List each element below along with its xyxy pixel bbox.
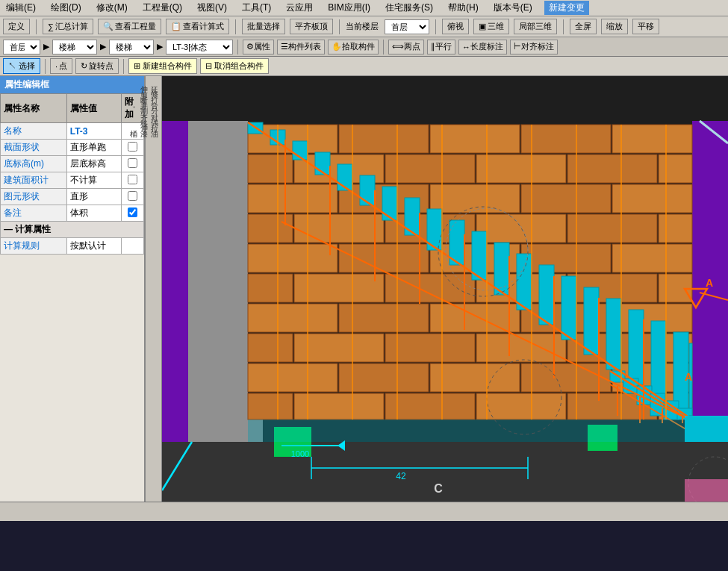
trim-tool[interactable]: 修剪 xyxy=(147,83,161,87)
svg-rect-21 xyxy=(612,184,692,213)
align-dim-button[interactable]: ⊢ 对齐标注 xyxy=(510,40,558,54)
attr-label-note: 备注 xyxy=(1,205,67,222)
dim-42-label: 42 xyxy=(396,471,406,481)
cancel-group-button[interactable]: ⊟ 取消组合构件 xyxy=(200,58,269,74)
pan-button[interactable]: 平移 xyxy=(632,19,659,34)
properties-button[interactable]: ⚙ 属性 xyxy=(243,40,274,54)
toolbar-separator xyxy=(36,19,37,34)
zoom-button[interactable]: 缩放 xyxy=(601,19,628,34)
merge-tool[interactable]: 合并 xyxy=(147,93,161,98)
view-formula-button[interactable]: 📋 查看计算式 xyxy=(166,19,229,34)
batch-select-button[interactable]: 批量选择 xyxy=(242,19,285,34)
menu-item-help[interactable]: 帮助(H) xyxy=(445,1,482,14)
floor-select[interactable]: 首层 xyxy=(385,19,429,34)
fullscreen-button[interactable]: 全屏 xyxy=(570,19,597,34)
svg-rect-4 xyxy=(188,121,248,442)
view-qty-button[interactable]: 🔍 查看工程量 xyxy=(98,19,161,34)
pick-component-button[interactable]: ✋ 拾取构件 xyxy=(328,40,379,54)
attr-value-note[interactable]: 体积 xyxy=(66,205,121,222)
svg-rect-79 xyxy=(651,321,666,399)
svg-rect-25 xyxy=(476,214,566,243)
stair-type-select[interactable]: 楼梯 xyxy=(109,40,154,54)
attr-value-elevation[interactable]: 层底标高 xyxy=(66,156,121,172)
attr-check-elevation[interactable] xyxy=(122,156,144,172)
two-point-icon: ⟺ xyxy=(392,42,404,52)
menu-item-edit[interactable]: 编辑(E) xyxy=(3,1,39,14)
menu-item-draw[interactable]: 绘图(D) xyxy=(48,1,84,14)
menu-item-version[interactable]: 版本号(E) xyxy=(491,1,535,14)
local-3d-button[interactable]: 局部三维 xyxy=(514,19,557,34)
svg-rect-37 xyxy=(567,274,657,302)
floor-nav-select[interactable]: 首层 xyxy=(3,40,40,54)
attr-label-elevation: 底标高(m) xyxy=(1,156,67,172)
menu-item-service[interactable]: 住宅服务(S) xyxy=(382,1,436,14)
svg-rect-57 xyxy=(385,393,475,419)
list-icon: ☰ xyxy=(281,42,288,52)
calc-section-header: — 计算属性 xyxy=(1,222,144,238)
menu-item-cloud[interactable]: 云应用 xyxy=(283,1,316,14)
svg-rect-67 xyxy=(382,187,397,220)
nav-sep2 xyxy=(383,40,384,54)
attr-value-calcrule[interactable]: 按默认计 xyxy=(66,238,121,255)
split-tool[interactable]: 分割 xyxy=(147,99,161,103)
attr-value-shape[interactable]: 直形 xyxy=(66,189,121,205)
component-list-button[interactable]: ☰ 构件列表 xyxy=(277,40,325,54)
current-floor-label: 当前楼层 xyxy=(346,21,379,32)
svg-rect-19 xyxy=(430,184,520,213)
attr-label-shape: 图元形状 xyxy=(1,189,67,205)
attr-value-name[interactable]: LT-3 xyxy=(66,123,121,140)
properties-icon: ⚙ xyxy=(246,42,254,52)
attr-row-note: 备注 体积 xyxy=(1,205,144,222)
attr-value-section[interactable]: 直形单跑 xyxy=(66,140,121,156)
floor-arrow: ▶ xyxy=(43,42,49,52)
attr-row-section: 截面形状 直形单跑 xyxy=(1,140,144,156)
coord-c-label: C xyxy=(434,482,443,495)
rotate-point-button[interactable]: ↻ 旋转点 xyxy=(75,58,119,74)
toolbar-sep2 xyxy=(235,19,236,34)
attr-value-area[interactable]: 不计算 xyxy=(66,172,121,189)
component-select[interactable]: LT-3[体态 xyxy=(166,40,233,54)
svg-rect-74 xyxy=(539,265,554,325)
new-group-button[interactable]: ⊞ 新建组合构件 xyxy=(128,58,197,74)
paint-tool[interactable]: 油漆桶 xyxy=(147,122,161,126)
svg-rect-50 xyxy=(248,363,337,392)
extend-tool[interactable]: 延伸 xyxy=(147,78,161,82)
menu-item-view[interactable]: 视图(V) xyxy=(194,1,230,14)
3d-view-button[interactable]: ▣ 三维 xyxy=(473,19,509,34)
select-mode-button[interactable]: ↖ 选择 xyxy=(3,58,40,74)
menu-item-newchange[interactable]: 新建变更 xyxy=(544,1,589,15)
attr-row-elevation: 底标高(m) 层底标高 xyxy=(1,156,144,172)
menu-item-bim[interactable]: BIM应用(I) xyxy=(325,1,373,14)
point-button[interactable]: · 点 xyxy=(50,58,72,74)
stretch-tool[interactable]: 拉伸 xyxy=(147,116,161,121)
svg-rect-9 xyxy=(521,125,611,153)
stair-category-select[interactable]: 楼梯 xyxy=(52,40,97,54)
svg-rect-17 xyxy=(248,184,337,213)
offset-tool[interactable]: 偶移 xyxy=(147,111,161,116)
svg-rect-14 xyxy=(476,155,566,183)
two-point-button[interactable]: ⟺ 两点 xyxy=(388,40,424,54)
attr-check-note[interactable] xyxy=(122,205,144,222)
length-dim-button[interactable]: ↔ 长度标注 xyxy=(458,40,507,54)
menu-item-tools[interactable]: 工具(T) xyxy=(239,1,274,14)
calc-summary-button[interactable]: ∑ 汇总计算 xyxy=(43,19,93,34)
define-button[interactable]: 定义 xyxy=(3,19,30,34)
parallel-button[interactable]: ∥ 平行 xyxy=(427,40,455,54)
align-tool[interactable]: 对齐- xyxy=(147,104,161,110)
attr-row-calc-section: — 计算属性 xyxy=(1,222,144,238)
status-bar xyxy=(0,502,728,521)
break-tool[interactable]: 打断 xyxy=(147,88,161,93)
svg-rect-66 xyxy=(360,175,375,205)
attr-check-shape[interactable] xyxy=(122,189,144,205)
attr-check-area[interactable] xyxy=(122,172,144,189)
menu-item-qty[interactable]: 工程量(Q) xyxy=(140,1,185,14)
align-slab-button[interactable]: 平齐板顶 xyxy=(290,19,333,34)
svg-rect-2 xyxy=(162,121,188,442)
attr-check-section[interactable] xyxy=(122,140,144,156)
svg-rect-28 xyxy=(248,244,337,272)
align-icon: ⊢ xyxy=(514,42,521,52)
menu-item-modify[interactable]: 修改(M) xyxy=(93,1,131,14)
top-view-button[interactable]: 俯视 xyxy=(442,19,469,34)
drawing-canvas-area[interactable]: A A 42 xyxy=(162,76,728,502)
ungroup-icon: ⊟ xyxy=(205,61,212,70)
